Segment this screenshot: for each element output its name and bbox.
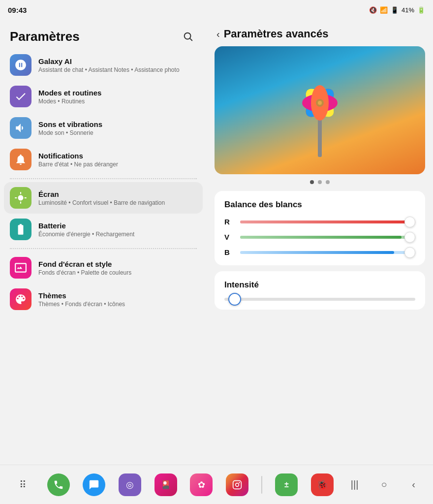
status-icons: 🔇 📶 📱 41% 🔋 [369, 6, 425, 14]
setting-item-themes[interactable]: ThèmesThèmes • Fonds d'écran • Icônes [4, 284, 203, 315]
blue-slider-track[interactable] [240, 251, 415, 254]
green-slider-track[interactable] [240, 236, 415, 239]
green-slider-fill [240, 236, 402, 239]
setting-item-notifications[interactable]: NotificationsBarre d'état • Ne pas déran… [4, 144, 203, 175]
green-slider-thumb[interactable] [404, 232, 415, 243]
batterie-icon [10, 219, 31, 240]
modes-routines-name: Modes et routines [38, 89, 197, 97]
modes-routines-desc: Modes • Routines [38, 98, 197, 105]
svg-line-1 [190, 38, 192, 40]
calculator-app-icon[interactable]: ± [275, 473, 298, 496]
notifications-name: Notifications [38, 152, 197, 160]
search-button[interactable] [179, 28, 197, 45]
blue-slider-row: B [224, 248, 415, 256]
svg-point-10 [318, 101, 322, 105]
right-content: Balance des blancs R V [207, 46, 433, 465]
sons-vibrations-name: Sons et vibrations [38, 120, 197, 128]
battery-icon: 🔋 [417, 6, 425, 14]
setting-item-galaxy-ai[interactable]: Galaxy AIAssistant de chat • Assistant N… [4, 49, 203, 81]
mute-icon: 🔇 [369, 6, 377, 14]
app-grid-button[interactable]: ⠿ [11, 473, 34, 496]
pinwheel-background [215, 46, 425, 174]
setting-item-batterie[interactable]: BatterieÉconomie d'énergie • Rechargemen… [4, 214, 203, 245]
red-label: R [224, 218, 234, 226]
right-panel: ‹ Paramètres avancés [207, 20, 433, 465]
green-slider-row: V [224, 233, 415, 241]
pagination-dots [215, 180, 425, 184]
setting-item-fond-ecran[interactable]: Fond d'écran et styleFonds d'écran • Pal… [4, 252, 203, 284]
dot-3 [326, 180, 330, 184]
divider-5 [10, 248, 197, 249]
batterie-name: Batterie [38, 221, 197, 230]
ladybug-app-icon[interactable]: 🐞 [311, 473, 334, 496]
red-slider-thumb[interactable] [404, 217, 415, 227]
instagram-app-icon[interactable] [226, 473, 248, 496]
themes-desc: Thèmes • Fonds d'écran • Icônes [38, 301, 197, 308]
setting-item-modes-routines[interactable]: Modes et routinesModes • Routines [4, 81, 203, 112]
wifi-icon: 📶 [380, 6, 388, 14]
themes-icon [10, 288, 31, 310]
pinwheel-image [215, 46, 425, 174]
dot-2 [318, 180, 322, 184]
svg-point-13 [239, 482, 240, 483]
fond-ecran-desc: Fonds d'écran • Palette de couleurs [38, 269, 197, 276]
blue-slider-thumb[interactable] [404, 247, 415, 258]
status-bar: 09:43 🔇 📶 📱 41% 🔋 [0, 0, 433, 20]
intensite-card: Intensité [215, 271, 425, 310]
green-label: V [224, 233, 234, 241]
ecran-desc: Luminosité • Confort visuel • Barre de n… [38, 199, 197, 206]
status-time: 09:43 [8, 6, 27, 14]
home-button[interactable]: ○ [376, 477, 392, 493]
right-title: Paramètres avancés [224, 28, 329, 40]
balance-title: Balance des blancs [224, 200, 415, 210]
balance-blancs-card: Balance des blancs R V [215, 191, 425, 265]
notifications-icon [10, 149, 31, 170]
galaxy-ai-icon [10, 54, 31, 76]
intensite-track [224, 298, 415, 301]
batterie-desc: Économie d'énergie • Rechargement [38, 231, 197, 238]
blue-label: B [224, 248, 234, 256]
left-header: Paramètres [0, 20, 207, 49]
settings-title: Paramètres [10, 29, 80, 44]
intensite-title: Intensité [224, 280, 415, 290]
svg-point-12 [235, 483, 239, 486]
pinwheel-svg [280, 63, 359, 157]
divider-3 [10, 178, 197, 179]
fond-ecran-name: Fond d'écran et style [38, 260, 197, 268]
recents-button[interactable]: ||| [347, 477, 363, 493]
red-slider-row: R [224, 218, 415, 226]
main-layout: Paramètres Galaxy AIAssistant de chat • … [0, 20, 433, 465]
svg-rect-2 [318, 118, 322, 157]
galaxy-ai-name: Galaxy AI [38, 57, 197, 65]
red-slider-track[interactable] [240, 220, 415, 223]
nav-divider [261, 476, 262, 494]
ecran-icon [10, 187, 31, 209]
svg-rect-11 [233, 480, 241, 489]
battery-text: 41% [402, 6, 414, 14]
intensite-slider[interactable] [224, 298, 415, 301]
setting-item-ecran[interactable]: ÉcranLuminosité • Confort visuel • Barre… [4, 182, 203, 214]
signal-icon: 📱 [391, 6, 399, 14]
galaxy-ai-desc: Assistant de chat • Assistant Notes • As… [38, 66, 197, 73]
blue-slider-fill [240, 251, 394, 254]
samsung-notes-icon[interactable]: ◎ [119, 473, 141, 496]
settings-list: Galaxy AIAssistant de chat • Assistant N… [0, 49, 207, 465]
phone-app-icon[interactable] [47, 473, 70, 496]
right-header: ‹ Paramètres avancés [207, 20, 433, 46]
left-panel: Paramètres Galaxy AIAssistant de chat • … [0, 20, 207, 465]
sons-vibrations-icon [10, 117, 31, 139]
setting-item-sons-vibrations[interactable]: Sons et vibrationsMode son • Sonnerie [4, 112, 203, 144]
fond-ecran-icon [10, 257, 31, 279]
bixby-app-icon[interactable]: ✿ [190, 473, 213, 496]
messages-app-icon[interactable] [83, 473, 105, 496]
intensite-thumb[interactable] [228, 293, 241, 306]
notifications-desc: Barre d'état • Ne pas déranger [38, 161, 197, 168]
back-button[interactable]: ‹ [216, 29, 220, 40]
back-nav-button[interactable]: ‹ [406, 477, 422, 493]
system-nav: ||| ○ ‹ [347, 477, 422, 493]
bottom-nav: ⠿ ◎ 🎴 ✿ ± 🐞 ||| ○ ‹ [0, 465, 433, 504]
capture-app-icon[interactable]: 🎴 [155, 473, 177, 496]
modes-routines-icon [10, 86, 31, 107]
red-slider-fill [240, 220, 406, 223]
ecran-name: Écran [38, 190, 197, 198]
